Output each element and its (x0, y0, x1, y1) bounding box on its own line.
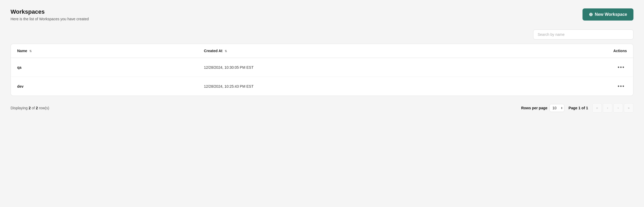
displaying-text: Displaying 2 of 2 row(s) (11, 106, 49, 110)
first-page-icon: « (596, 106, 598, 110)
table-row: qa12/28/2024, 10:30:05 PM EST••• (11, 58, 633, 77)
header-left: Workspaces Here is the list of Workspace… (11, 8, 89, 21)
row-name-1: dev (11, 77, 197, 96)
displaying-total: 2 (36, 106, 38, 110)
page-title: Workspaces (11, 8, 89, 15)
new-workspace-label: New Workspace (595, 12, 627, 17)
table-body: qa12/28/2024, 10:30:05 PM EST•••dev12/28… (11, 58, 633, 96)
page-current: 1 (578, 106, 580, 110)
pagination-controls: Rows per page 10 20 50 ⇕ Page 1 of 1 « ‹ (521, 103, 633, 113)
page-total: 1 (586, 106, 588, 110)
column-header-name[interactable]: Name ⇅ (11, 44, 197, 58)
rows-per-page: Rows per page 10 20 50 ⇕ (521, 104, 564, 112)
first-page-button[interactable]: « (592, 103, 602, 113)
footer-row: Displaying 2 of 2 row(s) Rows per page 1… (11, 102, 633, 114)
row-created-at-0: 12/28/2024, 10:30:05 PM EST (197, 58, 509, 77)
name-sort-icon: ⇅ (29, 50, 32, 53)
column-header-created-at[interactable]: Created At ⇅ (197, 44, 509, 58)
prev-page-icon: ‹ (607, 106, 608, 110)
row-actions-cell-1: ••• (509, 77, 633, 96)
search-row (11, 29, 633, 40)
new-workspace-button[interactable]: ⊕ New Workspace (583, 8, 633, 21)
next-page-icon: › (618, 106, 619, 110)
row-actions-cell-0: ••• (509, 58, 633, 77)
created-at-sort-icon: ⇅ (225, 50, 227, 53)
last-page-icon: » (628, 106, 630, 110)
rows-per-page-select[interactable]: 10 20 50 (550, 104, 564, 112)
nav-buttons: « ‹ › » (592, 103, 633, 113)
page-header: Workspaces Here is the list of Workspace… (11, 8, 633, 21)
page-subtitle: Here is the list of Workspaces you have … (11, 17, 89, 21)
search-input[interactable] (533, 29, 633, 40)
displaying-count: 2 (29, 106, 31, 110)
page-info: Page 1 of 1 (569, 106, 588, 110)
prev-page-button[interactable]: ‹ (603, 103, 612, 113)
table-header-row: Name ⇅ Created At ⇅ Actions (11, 44, 633, 58)
workspaces-table: Name ⇅ Created At ⇅ Actions qa12/28/2024… (11, 44, 633, 96)
table-row: dev12/28/2024, 10:25:43 PM EST••• (11, 77, 633, 96)
row-created-at-1: 12/28/2024, 10:25:43 PM EST (197, 77, 509, 96)
row-actions-button-0[interactable]: ••• (615, 63, 627, 71)
row-actions-button-1[interactable]: ••• (615, 82, 627, 90)
last-page-button[interactable]: » (624, 103, 633, 113)
workspaces-table-container: Name ⇅ Created At ⇅ Actions qa12/28/2024… (11, 44, 633, 96)
row-name-0: qa (11, 58, 197, 77)
plus-circle-icon: ⊕ (589, 12, 593, 17)
rows-select-wrapper: 10 20 50 ⇕ (550, 104, 564, 112)
column-header-actions: Actions (509, 44, 633, 58)
next-page-button[interactable]: › (613, 103, 623, 113)
rows-per-page-label: Rows per page (521, 106, 547, 110)
